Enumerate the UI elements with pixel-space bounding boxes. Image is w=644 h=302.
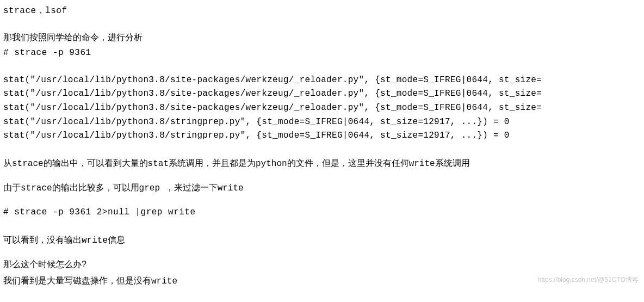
keyword-grep: grep bbox=[139, 183, 165, 193]
stat-output-3: stat("/usr/local/lib/python3.8/site-pack… bbox=[3, 101, 641, 115]
keyword-python: python bbox=[256, 159, 287, 169]
keyword-write: write bbox=[218, 183, 244, 193]
stat-output-2: stat("/usr/local/lib/python3.8/site-pack… bbox=[3, 87, 641, 101]
explanation-3: 可以看到，没有输出write信息 bbox=[3, 233, 641, 248]
keyword-strace: strace bbox=[12, 159, 44, 169]
stat-output-4: stat("/usr/local/lib/python3.8/stringpre… bbox=[3, 115, 641, 130]
question-line: 那么这个时候怎么办? bbox=[3, 257, 641, 272]
text-seg: 我们看到是大量写磁盘操作，但是没有 bbox=[3, 276, 151, 285]
stat-output-1: stat("/usr/local/lib/python3.8/site-pack… bbox=[3, 73, 641, 88]
text-seg: 从 bbox=[3, 158, 12, 168]
explanation-2: 由于strace的输出比较多，可以用grep ，来过滤一下write bbox=[3, 181, 641, 196]
text-seg: ，来过滤一下 bbox=[165, 183, 218, 192]
text-seg: 可以看到，没有输出 bbox=[3, 235, 82, 244]
strace-command-1: # strace -p 9361 bbox=[3, 46, 641, 60]
keyword-write: write bbox=[82, 236, 108, 245]
keyword-write: write bbox=[151, 276, 177, 286]
stat-output-5: stat("/usr/local/lib/python3.8/stringpre… bbox=[3, 129, 641, 143]
text-seg: 系统调用，并且都是为 bbox=[169, 158, 256, 168]
intro-line: 那我们按照同学给的命令，进行分析 bbox=[3, 30, 641, 45]
text-seg: 系统调用 bbox=[435, 158, 470, 168]
strace-command-2: # strace -p 9361 2>null |grep write bbox=[3, 206, 641, 220]
tools-line: strace，lsof bbox=[3, 4, 641, 19]
text-seg: 由于 bbox=[3, 183, 21, 192]
text-seg: 的输出比较多，可以用 bbox=[52, 183, 139, 192]
explanation-1: 从strace的输出中，可以看到大量的stat系统调用，并且都是为python的… bbox=[3, 156, 641, 171]
keyword-strace: strace bbox=[21, 183, 52, 193]
keyword-stat: stat bbox=[148, 159, 169, 169]
text-seg: 的输出中，可以看到大量的 bbox=[44, 158, 148, 168]
text-seg: 的文件，但是，这里并没有任何 bbox=[287, 158, 409, 168]
text-seg: 信息 bbox=[108, 235, 125, 244]
keyword-write: write bbox=[409, 159, 435, 169]
watermark-text: https://blog.csdn.net/@51CTO博客 bbox=[538, 275, 639, 285]
